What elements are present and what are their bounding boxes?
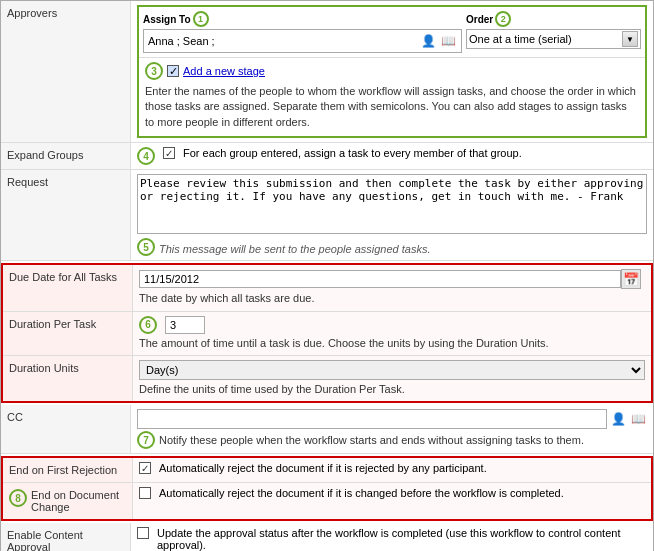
end-on-first-rejection-checkbox-row: Automatically reject the document if it … <box>139 462 645 474</box>
num4-badge: 4 <box>137 147 155 165</box>
cc-desc: Notify these people when the workflow st… <box>159 433 584 448</box>
due-date-value: 📅 The date by which all tasks are due. <box>133 265 651 310</box>
expand-groups-checkbox-row: 4 For each group entered, assign a task … <box>137 147 647 165</box>
cc-desc-row: 7 Notify these people when the workflow … <box>137 431 647 449</box>
cc-input[interactable] <box>137 409 607 429</box>
end-on-first-rejection-row: End on First Rejection Automatically rej… <box>3 458 651 483</box>
workflow-form: Approvers Assign To 1 Anna ; Sean ; 👤 <box>0 0 654 551</box>
end-on-document-change-checkbox-row: Automatically reject the document if it … <box>139 487 645 499</box>
num8-badge: 8 <box>9 489 27 507</box>
assign-to-header: Assign To 1 <box>143 11 462 27</box>
duration-units-label: Duration Units <box>3 356 133 401</box>
order-header: Order 2 <box>466 11 641 27</box>
num3-badge: 3 <box>145 62 163 80</box>
end-on-document-change-value: Automatically reject the document if it … <box>133 483 651 519</box>
due-date-input[interactable] <box>139 270 621 288</box>
due-date-desc: The date by which all tasks are due. <box>139 291 645 306</box>
request-note: This message will be sent to the people … <box>159 243 430 255</box>
duration-units-row: Duration Units Day(s) Minute(s) Hour(s) … <box>3 356 651 401</box>
approvers-desc-text: Enter the names of the people to whom th… <box>145 84 639 130</box>
end-on-document-change-checkbox[interactable] <box>139 487 151 499</box>
end-on-first-rejection-checkbox[interactable] <box>139 462 151 474</box>
expand-groups-label: Expand Groups <box>1 143 131 169</box>
request-label: Request <box>1 170 131 260</box>
cc-row: CC 👤 📖 7 Notify these people when the wo… <box>1 405 653 454</box>
cc-book-icon[interactable]: 📖 <box>629 410 647 428</box>
enable-content-approval-row: Enable Content Approval Update the appro… <box>1 523 653 551</box>
request-note-row: 5 This message will be sent to the peopl… <box>137 238 647 256</box>
expand-groups-checkbox[interactable] <box>163 147 175 159</box>
order-dropdown[interactable]: One at a time (serial) ▼ <box>466 29 641 49</box>
enable-content-approval-label: Enable Content Approval <box>1 523 131 551</box>
due-date-row: Due Date for All Tasks 📅 The date by whi… <box>3 265 651 311</box>
end-on-document-change-label-inner: 8 End on Document Change <box>9 489 126 513</box>
approvers-value: Assign To 1 Anna ; Sean ; 👤 📖 <box>131 1 653 142</box>
duration-units-select[interactable]: Day(s) Minute(s) Hour(s) Week(s) Month(s… <box>139 360 645 380</box>
assign-to-column: Assign To 1 Anna ; Sean ; 👤 📖 <box>143 11 462 53</box>
approvers-inputs: Assign To 1 Anna ; Sean ; 👤 📖 <box>139 7 645 57</box>
enable-content-approval-checkbox[interactable] <box>137 527 149 539</box>
duration-units-desc: Define the units of time used by the Dur… <box>139 382 645 397</box>
duration-per-task-value: 6 The amount of time until a task is due… <box>133 312 651 355</box>
duration-units-select-row: Day(s) Minute(s) Hour(s) Week(s) Month(s… <box>139 360 645 380</box>
book-icon[interactable]: 📖 <box>439 32 457 50</box>
due-date-input-row: 📅 <box>139 269 645 289</box>
num1-badge: 1 <box>193 11 209 27</box>
num7-badge: 7 <box>137 431 155 449</box>
due-date-label: Due Date for All Tasks <box>3 265 133 310</box>
num6-badge: 6 <box>139 316 157 334</box>
cc-person-icon[interactable]: 👤 <box>609 410 627 428</box>
num5-badge: 5 <box>137 238 155 256</box>
dropdown-arrow-icon[interactable]: ▼ <box>622 31 638 47</box>
request-value: Please review this submission and then c… <box>131 170 653 260</box>
cc-label: CC <box>1 405 131 453</box>
calendar-icon[interactable]: 📅 <box>621 269 641 289</box>
cc-value: 👤 📖 7 Notify these people when the workf… <box>131 405 653 453</box>
approvers-top-section: Assign To 1 Anna ; Sean ; 👤 📖 <box>137 5 647 138</box>
date-duration-group: Due Date for All Tasks 📅 The date by whi… <box>1 263 653 403</box>
end-on-document-change-row: 8 End on Document Change Automatically r… <box>3 483 651 519</box>
add-stage-row: 3 ✓ Add a new stage <box>145 62 639 80</box>
end-on-document-change-label: 8 End on Document Change <box>3 483 133 519</box>
approvers-label: Approvers <box>1 1 131 142</box>
duration-per-task-input[interactable] <box>165 316 205 334</box>
duration-per-task-input-row: 6 <box>139 316 645 334</box>
enable-content-approval-checkbox-row: Update the approval status after the wor… <box>137 527 647 551</box>
approvers-row: Approvers Assign To 1 Anna ; Sean ; 👤 <box>1 1 653 143</box>
num2-badge: 2 <box>495 11 511 27</box>
approvers-description: 3 ✓ Add a new stage Enter the names of t… <box>139 57 645 136</box>
expand-groups-value: 4 For each group entered, assign a task … <box>131 143 653 169</box>
request-row: Request Please review this submission an… <box>1 170 653 261</box>
cc-input-row: 👤 📖 <box>137 409 647 429</box>
request-textarea[interactable]: Please review this submission and then c… <box>137 174 647 234</box>
end-on-first-rejection-label: End on First Rejection <box>3 458 133 482</box>
duration-per-task-row: Duration Per Task 6 The amount of time u… <box>3 312 651 356</box>
end-on-first-rejection-value: Automatically reject the document if it … <box>133 458 651 482</box>
duration-per-task-desc: The amount of time until a task is due. … <box>139 336 645 351</box>
assign-names-field[interactable]: Anna ; Sean ; 👤 📖 <box>143 29 462 53</box>
duration-per-task-label: Duration Per Task <box>3 312 133 355</box>
person-icon[interactable]: 👤 <box>419 32 437 50</box>
enable-content-approval-value: Update the approval status after the wor… <box>131 523 653 551</box>
rejection-group: End on First Rejection Automatically rej… <box>1 456 653 521</box>
duration-units-value: Day(s) Minute(s) Hour(s) Week(s) Month(s… <box>133 356 651 401</box>
expand-groups-row: Expand Groups 4 For each group entered, … <box>1 143 653 170</box>
add-stage-link[interactable]: Add a new stage <box>183 65 265 77</box>
order-column: Order 2 One at a time (serial) ▼ <box>466 11 641 49</box>
add-stage-checkbox[interactable]: ✓ <box>167 65 179 77</box>
